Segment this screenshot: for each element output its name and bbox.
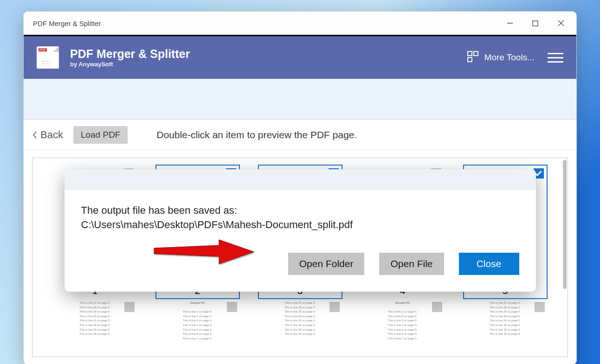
thumbnail-panel: 1 2 3 4 5 <box>32 158 568 357</box>
svg-rect-4 <box>468 51 472 56</box>
banner-area <box>24 79 576 120</box>
grid-icon <box>467 51 479 65</box>
minimize-icon <box>507 20 513 26</box>
titlebar: PDF Merger & Splitter <box>24 12 576 35</box>
svg-rect-1 <box>533 21 538 26</box>
back-label: Back <box>40 129 63 141</box>
close-button[interactable]: Close <box>459 253 519 275</box>
svg-rect-6 <box>468 57 472 62</box>
dialog-message: The output file has been saved as: C:\Us… <box>81 204 519 232</box>
dialog-message-line2: C:\Users\mahes\Desktop\PDFs\Mahesh-Docum… <box>81 218 519 232</box>
open-file-button[interactable]: Open File <box>379 253 444 275</box>
chevron-left-icon <box>32 131 38 139</box>
more-tools-label: More Tools... <box>484 52 535 63</box>
close-icon <box>558 20 564 26</box>
app-header: PDF :::: PDF Merger & Splitter by Anyway… <box>24 35 576 79</box>
maximize-button[interactable] <box>523 14 548 32</box>
more-tools-button[interactable]: More Tools... <box>467 51 535 65</box>
dialog-header <box>65 169 536 190</box>
close-window-button[interactable] <box>548 14 574 32</box>
app-subtitle: by AnywaySoft <box>70 61 190 68</box>
app-title-block: PDF Merger & Splitter by AnywaySoft <box>70 47 190 68</box>
save-confirmation-dialog: The output file has been saved as: C:\Us… <box>65 169 536 292</box>
open-folder-button[interactable]: Open Folder <box>288 253 365 275</box>
maximize-icon <box>532 20 538 26</box>
window-title: PDF Merger & Splitter <box>33 19 101 27</box>
app-title: PDF Merger & Splitter <box>70 47 190 61</box>
window-controls <box>497 14 574 32</box>
toolbar: Back Load PDF Double-click an item to pr… <box>24 120 576 150</box>
app-logo: PDF :::: <box>37 46 59 69</box>
toolbar-hint: Double-click an item to preview the PDF … <box>156 129 357 140</box>
minimize-button[interactable] <box>497 14 523 32</box>
dots-icon: :::: <box>42 60 51 65</box>
load-pdf-button[interactable]: Load PDF <box>73 126 128 144</box>
back-button[interactable]: Back <box>32 129 63 141</box>
menu-button[interactable] <box>548 53 563 63</box>
pdf-badge-icon: PDF <box>39 48 47 51</box>
dialog-overlay: The output file has been saved as: C:\Us… <box>32 158 568 357</box>
app-window: PDF Merger & Splitter PDF :::: PDF Merge… <box>23 11 577 364</box>
hamburger-icon <box>548 53 563 54</box>
svg-rect-5 <box>474 51 478 56</box>
dialog-message-line1: The output file has been saved as: <box>81 204 519 218</box>
